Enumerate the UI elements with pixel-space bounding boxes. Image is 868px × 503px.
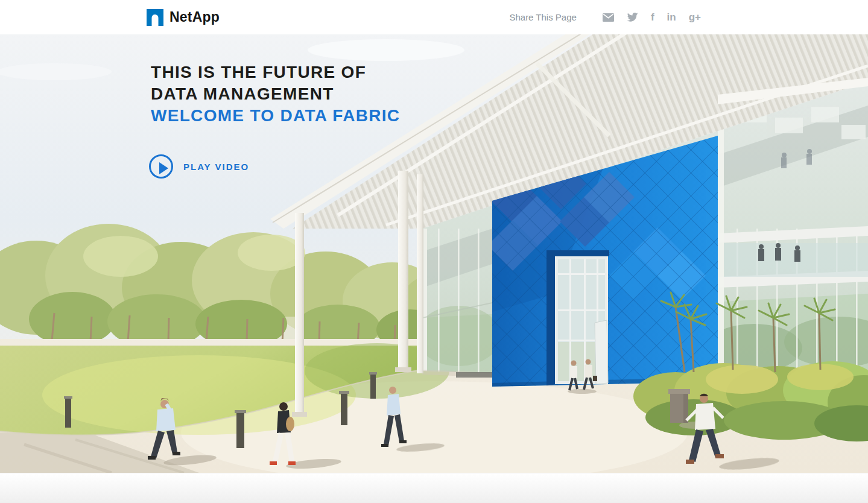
play-video-label: PLAY VIDEO [183,162,249,172]
footer-strip [0,473,868,503]
linkedin-icon[interactable]: in [667,12,676,22]
play-icon[interactable] [149,154,173,179]
share-label: Share This Page [509,12,576,22]
headline-line-2: DATA MANAGEMENT [151,83,400,105]
bench [456,372,498,378]
play-video-button[interactable]: PLAY VIDEO [149,154,249,179]
email-icon[interactable] [603,13,614,22]
hero-section: THIS IS THE FUTURE OF DATA MANAGEMENT WE… [0,34,868,473]
netapp-logo-icon [147,9,163,26]
facebook-icon[interactable]: f [651,12,654,22]
headline-line-3: WELCOME TO DATA FABRIC [151,105,400,127]
twitter-icon[interactable] [627,13,638,22]
hero-headline: THIS IS THE FUTURE OF DATA MANAGEMENT WE… [151,62,400,127]
googleplus-icon[interactable]: g+ [689,12,701,22]
entry-door [546,250,609,387]
netapp-landing-page: NetApp Share This Page f in g+ [0,0,868,503]
headline-line-1: THIS IS THE FUTURE OF [151,62,400,83]
netapp-logo[interactable]: NetApp [147,9,220,26]
campus-photo [0,34,868,473]
top-header: NetApp Share This Page f in g+ [0,0,868,34]
share-bar: Share This Page f in g+ [509,12,701,22]
netapp-logo-text: NetApp [169,9,220,25]
